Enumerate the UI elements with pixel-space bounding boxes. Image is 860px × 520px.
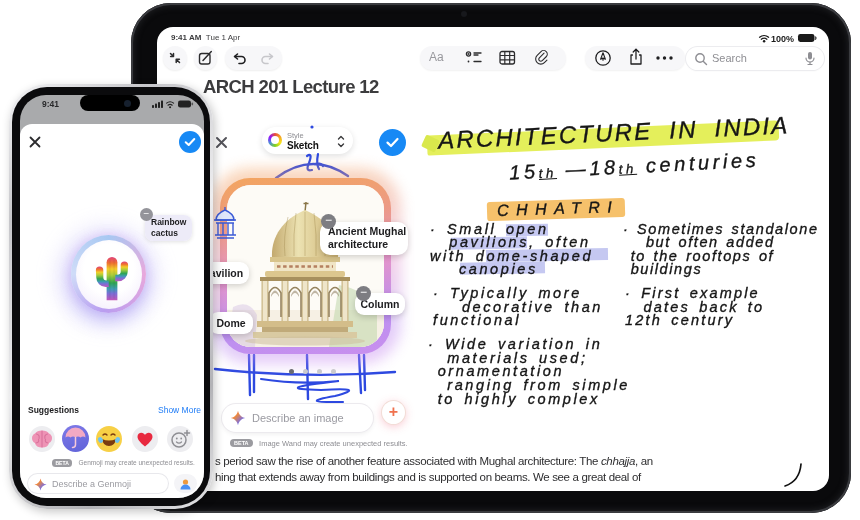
svg-text:100%: 100%	[771, 34, 794, 44]
